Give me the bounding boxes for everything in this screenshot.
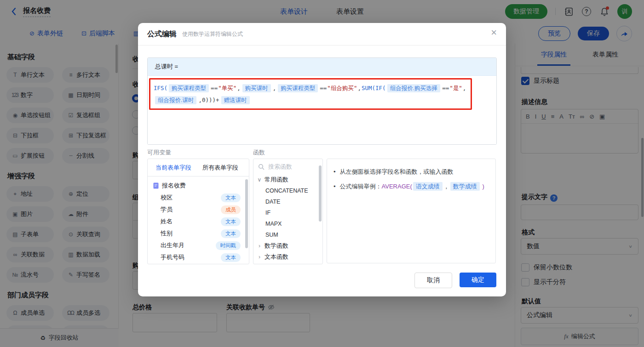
document-icon <box>153 182 159 189</box>
function-item[interactable]: MAPX <box>253 218 322 229</box>
formula-token: == <box>442 85 449 91</box>
functions-scrollbar[interactable] <box>319 165 322 222</box>
cancel-button[interactable]: 取消 <box>414 273 452 288</box>
chevron-down-icon: ∨ <box>257 176 262 183</box>
field-chip[interactable]: 组合报价.购买选择 <box>387 84 440 92</box>
variable-field-row[interactable]: 校区文本 <box>148 192 249 204</box>
function-group[interactable]: ›数学函数 <box>253 240 322 251</box>
variables-scrollbar[interactable] <box>245 179 248 248</box>
close-icon[interactable]: × <box>491 28 497 38</box>
function-group[interactable]: ›文本函数 <box>253 251 322 262</box>
variables-tab[interactable]: 当前表单字段 <box>155 164 191 172</box>
field-chip[interactable]: 组合报价.课时 <box>155 96 196 104</box>
formula-token: "单买" <box>218 85 236 91</box>
variable-field-row[interactable]: 学员成员 <box>148 204 249 216</box>
formula-editor: 总课时 = IFS(购买课程类型=="单买",购买课时,购买课程类型=="组合购… <box>147 57 497 145</box>
variable-field-row[interactable]: 姓名文本 <box>148 216 249 228</box>
chevron-right-icon: › <box>257 254 262 260</box>
formula-token: == <box>211 85 218 91</box>
confirm-button[interactable]: 确定 <box>460 273 496 287</box>
function-search-input[interactable] <box>267 163 315 171</box>
field-chip[interactable]: 购买课时 <box>242 84 271 92</box>
help-example: 公式编辑举例：AVERAGE(语文成绩，数学成绩 ) <box>340 181 484 192</box>
chevron-right-icon: › <box>257 243 262 249</box>
variables-label: 可用变量 <box>147 148 171 157</box>
field-chip: 数学成绩 <box>450 182 480 191</box>
function-item[interactable]: SUM <box>253 229 322 240</box>
variable-field-row[interactable]: 出生年月时间戳 <box>148 239 249 251</box>
variable-field-row[interactable]: 性别文本 <box>148 228 249 239</box>
functions-label: 函数 <box>253 148 265 157</box>
modal-subtitle: 使用数学运算符编辑公式 <box>182 30 243 38</box>
formula-highlight-box: IFS(购买课程类型=="单买",购买课时,购买课程类型=="组合购买",SUM… <box>149 78 472 110</box>
field-chip[interactable]: 购买课程类型 <box>278 84 318 92</box>
formula-token: IFS( <box>154 85 167 91</box>
function-group[interactable]: ∨常用函数 <box>253 174 322 185</box>
variable-field-row[interactable]: 手机号码文本 <box>148 251 249 263</box>
form-node[interactable]: 报名收费 <box>148 179 249 192</box>
field-type-badge: 文本 <box>221 217 241 226</box>
formula-edit-modal: 公式编辑 使用数学运算符编辑公式 × 总课时 = IFS(购买课程类型=="单买… <box>138 23 506 296</box>
formula-target: 总课时 = <box>148 58 496 76</box>
field-type-badge: 文本 <box>221 193 241 202</box>
field-type-badge: 时间戳 <box>216 241 241 250</box>
field-chip[interactable]: 购买课程类型 <box>169 84 209 92</box>
help-tip: 从左侧面板选择字段名和函数，或输入函数 <box>340 166 454 177</box>
formula-token: , <box>237 85 241 91</box>
modal-title: 公式编辑 <box>147 29 177 39</box>
formula-input-area[interactable]: IFS(购买课程类型=="单买",购买课时,购买课程类型=="组合购买",SUM… <box>148 76 496 144</box>
formula-token: , <box>463 85 466 91</box>
formula-help-panel: • 从左侧面板选择字段名和函数，或输入函数 • 公式编辑举例：AVERAGE(语… <box>327 159 496 263</box>
formula-token: , <box>273 85 276 91</box>
function-item[interactable]: IF <box>253 207 322 218</box>
field-type-badge: 文本 <box>221 253 241 262</box>
function-search[interactable] <box>253 159 322 174</box>
search-icon <box>258 164 264 170</box>
function-item[interactable]: DATE <box>253 196 322 207</box>
variables-panel: 当前表单字段所有表单字段 报名收费校区文本学员成员姓名文本性别文本出生年月时间戳… <box>147 159 249 264</box>
variables-tab[interactable]: 所有表单字段 <box>202 164 238 172</box>
formula-token: SUM(IF( <box>362 85 386 91</box>
formula-token: "组合购买" <box>327 85 357 91</box>
formula-token: == <box>320 85 327 91</box>
field-chip[interactable]: 赠送课时 <box>221 96 250 104</box>
formula-token: "是" <box>449 85 462 91</box>
functions-panel: ∨常用函数CONCATENATEDATEIFMAPXSUM›数学函数›文本函数 <box>253 159 323 264</box>
formula-token: ,0)))+ <box>198 97 219 103</box>
field-chip: 语文成绩 <box>413 182 443 191</box>
formula-token: , <box>357 85 361 91</box>
field-type-badge: 成员 <box>221 205 241 214</box>
field-type-badge: 文本 <box>221 229 241 238</box>
function-item[interactable]: CONCATENATE <box>253 185 322 196</box>
